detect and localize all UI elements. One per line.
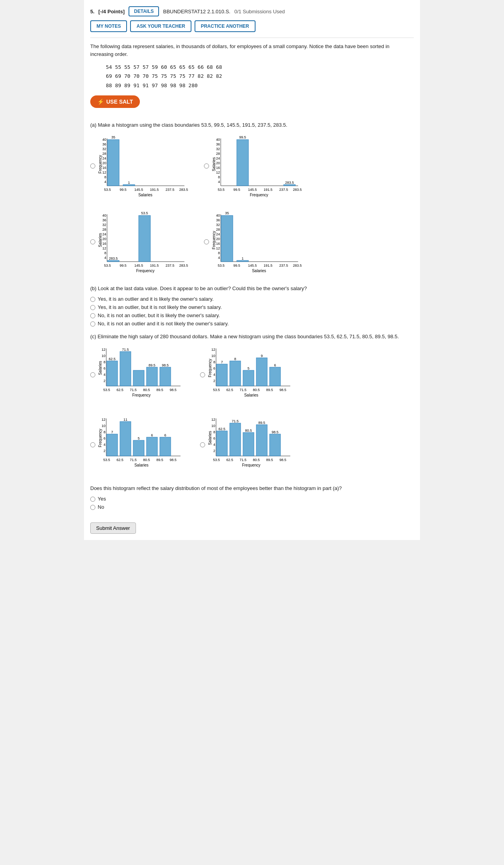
radio-c1[interactable]: [90, 372, 95, 377]
svg-text:98.5: 98.5: [272, 430, 279, 434]
svg-text:36: 36: [216, 218, 220, 222]
radio-b2[interactable]: [90, 305, 95, 310]
svg-rect-117: [147, 437, 157, 456]
svg-text:12: 12: [216, 246, 220, 250]
svg-text:8: 8: [218, 175, 220, 179]
svg-text:98.5: 98.5: [170, 458, 177, 462]
svg-text:283.5: 283.5: [179, 264, 188, 267]
radio-no-option[interactable]: No: [90, 504, 414, 510]
svg-text:62.5: 62.5: [226, 388, 233, 392]
svg-text:71.5: 71.5: [239, 388, 247, 392]
svg-text:40: 40: [216, 138, 220, 142]
bar-a3-1: [139, 215, 150, 262]
radio-b1-label: Yes, it is an outlier and it is likely t…: [98, 296, 214, 302]
svg-text:145.5: 145.5: [248, 188, 257, 192]
question-id: BBUNDERSTAT12 2.1.010.S.: [163, 9, 230, 14]
svg-text:8: 8: [234, 357, 236, 361]
svg-text:53.5: 53.5: [218, 264, 225, 267]
section-b-title: (b) Look at the last data value. Does it…: [90, 285, 414, 293]
chart-a4-svg: 40 36 32 28 24 20 16 12 8 4 35: [212, 209, 302, 275]
radio-no[interactable]: [90, 505, 95, 510]
radio-a4[interactable]: [204, 239, 209, 244]
svg-text:89.5: 89.5: [156, 388, 163, 392]
svg-text:99.5: 99.5: [120, 264, 127, 267]
points-label: [-/4 Points]: [98, 9, 125, 14]
radio-b1[interactable]: [90, 297, 95, 302]
practice-another-button[interactable]: PRACTICE ANOTHER: [195, 20, 256, 32]
svg-text:16: 16: [216, 166, 220, 170]
x-label-99.5: 99.5: [120, 188, 127, 192]
svg-text:99.5: 99.5: [233, 264, 240, 267]
svg-text:71.5: 71.5: [130, 388, 137, 392]
svg-text:2: 2: [213, 449, 215, 453]
svg-text:80.5: 80.5: [143, 388, 150, 392]
radio-c2[interactable]: [200, 372, 205, 377]
svg-text:6: 6: [164, 433, 166, 437]
y-tick-20: 20: [102, 161, 106, 165]
bar-a4-2: [237, 260, 248, 262]
svg-text:12: 12: [102, 246, 106, 250]
svg-text:53.5: 53.5: [103, 388, 110, 392]
svg-text:80.5: 80.5: [253, 388, 260, 392]
y-title-c4: Salaries: [208, 431, 212, 445]
section-b: (b) Look at the last data value. Does it…: [90, 285, 414, 327]
svg-text:62.5: 62.5: [116, 388, 123, 392]
details-button[interactable]: DETAILS: [129, 6, 159, 16]
svg-text:24: 24: [102, 232, 106, 236]
svg-text:4: 4: [104, 256, 106, 260]
svg-text:98.5: 98.5: [279, 388, 286, 392]
radio-a1[interactable]: [90, 163, 95, 169]
svg-text:191.5: 191.5: [264, 264, 273, 267]
svg-text:62.5: 62.5: [116, 458, 123, 462]
chart-c2-container: 12 10 8 6 4 2 7 8 5: [208, 345, 294, 405]
radio-c4[interactable]: [200, 442, 205, 447]
svg-text:20: 20: [216, 161, 220, 165]
bar-a1-1: [107, 140, 119, 186]
radio-b3[interactable]: [90, 313, 95, 318]
use-salt-button[interactable]: ⚡ USE SALT: [90, 95, 140, 108]
radio-a3[interactable]: [90, 239, 95, 244]
radio-yes[interactable]: [90, 497, 95, 502]
svg-text:283.5: 283.5: [293, 188, 302, 192]
submit-button[interactable]: Submit Answer: [90, 522, 136, 534]
x-title-a1: Salaries: [138, 193, 152, 197]
svg-text:191.5: 191.5: [150, 264, 159, 267]
radio-b-option-3[interactable]: No, it is not an outlier, but it is like…: [90, 312, 414, 318]
svg-text:40: 40: [216, 214, 220, 217]
chart-a3-svg: 40 36 32 28 24 20 16 12 8 4: [98, 209, 188, 275]
svg-text:12: 12: [102, 348, 105, 352]
x-label-53.5: 53.5: [104, 188, 111, 192]
y-tick-36: 36: [102, 142, 106, 146]
svg-rect-113: [120, 422, 131, 456]
bar-label-35-a4: 35: [225, 211, 229, 215]
svg-text:10: 10: [102, 354, 105, 358]
radio-b4-label: No, it is not an outlier and it is not l…: [98, 321, 229, 327]
radio-c3[interactable]: [90, 442, 95, 447]
chart-a2-svg: 40 36 32 28 24 20 16 12 8 4: [212, 133, 302, 199]
svg-text:5: 5: [138, 436, 139, 440]
svg-text:6: 6: [151, 433, 153, 437]
svg-text:283.5: 283.5: [293, 264, 302, 267]
svg-text:71.5: 71.5: [130, 458, 137, 462]
svg-text:80.5: 80.5: [143, 458, 150, 462]
radio-yes-option[interactable]: Yes: [90, 496, 414, 502]
y-tick-32: 32: [102, 147, 106, 151]
chart-c3-option: 12 10 8 6 4 2 7 11 5: [90, 415, 184, 475]
y-tick-16: 16: [102, 166, 106, 170]
my-notes-button[interactable]: MY NOTES: [90, 20, 127, 32]
svg-rect-139: [243, 432, 254, 456]
divider-1: [90, 38, 414, 38]
ask-teacher-button[interactable]: ASK YOUR TEACHER: [130, 20, 191, 32]
chart-c2-svg: 12 10 8 6 4 2 7 8 5: [208, 345, 294, 405]
svg-text:16: 16: [102, 242, 106, 246]
radio-b4[interactable]: [90, 321, 95, 327]
radio-b-option-1[interactable]: Yes, it is an outlier and it is likely t…: [90, 296, 414, 302]
radio-b-option-4[interactable]: No, it is not an outlier and it is not l…: [90, 321, 414, 327]
radio-a2[interactable]: [204, 163, 209, 169]
svg-rect-119: [160, 437, 171, 456]
svg-text:9: 9: [261, 354, 263, 358]
bar-a2-1: [237, 140, 248, 186]
svg-text:71.5: 71.5: [122, 348, 129, 352]
radio-b-option-2[interactable]: Yes, it is an outlier, but it is not lik…: [90, 304, 414, 310]
chart-c3-container: 12 10 8 6 4 2 7 11 5: [98, 415, 184, 475]
